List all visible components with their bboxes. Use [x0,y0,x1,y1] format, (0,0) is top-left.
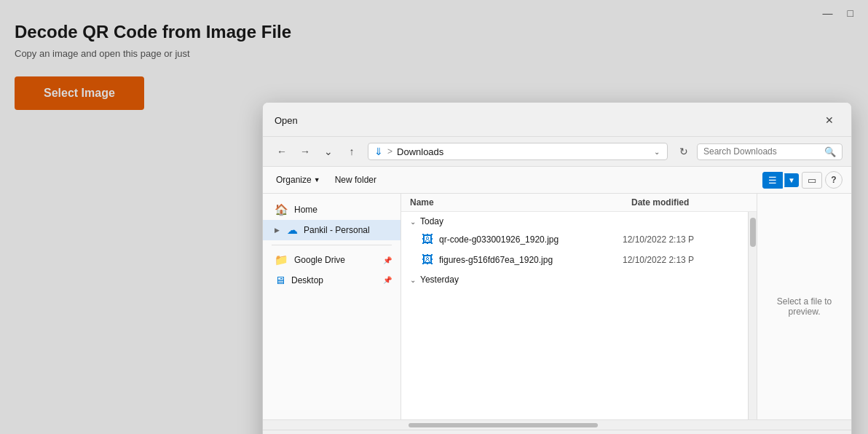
file-date-figures: 12/10/2022 2:13 P [623,255,739,265]
preview-text: Select a file to preview. [766,296,843,317]
sidebar-divider [272,245,392,245]
address-bar: ⇓ > Downloads ⌄ [368,143,668,160]
file-item-figures[interactable]: 🖼 figures-g516fd67ea_1920.jpg 12/10/2022… [401,250,748,270]
expand-arrow-icon: ▶ [275,226,280,234]
new-folder-button[interactable]: New folder [331,173,381,187]
sidebar-item-desktop[interactable]: 🖥 Desktop 📌 [263,270,401,290]
file-name-qr: qr-code-g033001926_1920.jpg [439,234,617,245]
group-header-yesterday: ⌄ Yesterday [401,270,748,288]
address-text[interactable]: Downloads [397,146,648,157]
sidebar-desktop-label: Desktop [291,275,323,285]
pin-icon-drive: 📌 [383,256,392,264]
preview-panel: Select a file to preview. [757,194,851,419]
help-button[interactable]: ? [825,171,843,189]
dialog-content: 🏠 Home ▶ ☁ Pankil - Personal 📁 Google Dr… [263,194,851,419]
google-drive-icon: 📁 [275,253,288,267]
group-arrow-yesterday: ⌄ [410,276,416,284]
sidebar-item-google-drive[interactable]: 📁 Google Drive 📌 [263,250,401,270]
search-box: 🔍 [697,143,843,160]
up-button[interactable]: ↑ [342,141,362,162]
group-label-yesterday: Yesterday [420,275,459,285]
sidebar-google-drive-label: Google Drive [294,255,345,265]
col-header-name: Name [410,197,631,208]
horizontal-scrollbar-thumb[interactable] [409,423,598,427]
sidebar: 🏠 Home ▶ ☁ Pankil - Personal 📁 Google Dr… [263,194,401,419]
sidebar-item-pankil[interactable]: ▶ ☁ Pankil - Personal [263,220,401,240]
sidebar-item-home[interactable]: 🏠 Home [263,200,401,220]
horizontal-scrollbar [263,419,851,430]
file-date-qr: 12/10/2022 2:13 P [623,234,739,245]
jpg-file-icon-1: 🖼 [422,233,433,246]
pin-icon-desktop: 📌 [383,276,392,284]
scrollbar-track [748,212,757,419]
organize-button[interactable]: Organize ▼ [272,173,325,187]
back-button[interactable]: ← [272,141,292,162]
preview-panel-button[interactable]: ▭ [802,172,822,189]
col-header-date: Date modified [631,197,748,208]
dialog-titlebar: Open ✕ [263,103,851,137]
sidebar-pankil-label: Pankil - Personal [304,225,370,235]
file-name-figures: figures-g516fd67ea_1920.jpg [439,255,617,265]
recent-locations-button[interactable]: ⌄ [318,141,339,162]
forward-button[interactable]: → [295,141,315,162]
view-controls: ☰ ▼ ▭ ? [762,171,843,189]
address-dropdown-button[interactable]: ⌄ [652,148,661,156]
view-dropdown-button[interactable]: ▼ [784,173,799,187]
dialog-title-text: Open [275,115,298,126]
group-header-today: ⌄ Today [401,212,748,229]
search-icon: 🔍 [824,146,836,157]
desktop-icon: 🖥 [275,274,285,286]
group-label-today: Today [420,216,443,226]
home-icon: 🏠 [275,203,288,216]
cloud-icon: ☁ [287,224,298,237]
sidebar-home-label: Home [294,205,317,215]
list-view-icon: ☰ [768,175,777,186]
dialog-bottom: File name: All files (*.jpg;*.jpeg;*.bmp… [263,430,851,434]
file-list-header: Name Date modified [401,194,757,212]
address-separator: > [387,146,392,157]
minimize-button[interactable]: — [817,6,839,20]
file-list: ⌄ Today 🖼 qr-code-g033001926_1920.jpg 12… [401,212,748,419]
group-arrow-today: ⌄ [410,218,416,226]
open-file-dialog: Open ✕ ← → ⌄ ↑ ⇓ > Downloads ⌄ ↻ 🔍 Organ… [262,102,852,434]
refresh-button[interactable]: ↻ [674,141,694,162]
search-input[interactable] [703,146,820,157]
view-toolbar: Organize ▼ New folder ☰ ▼ ▭ ? [263,167,851,194]
file-list-wrapper: Name Date modified ⌄ Today 🖼 qr-code-g03… [401,194,757,419]
file-area: ⌄ Today 🖼 qr-code-g033001926_1920.jpg 12… [401,212,757,419]
maximize-button[interactable]: □ [842,6,859,20]
scrollbar-thumb[interactable] [750,218,756,247]
jpg-file-icon-2: 🖼 [422,253,433,267]
dialog-nav-toolbar: ← → ⌄ ↑ ⇓ > Downloads ⌄ ↻ 🔍 [263,137,851,167]
list-view-button[interactable]: ☰ [762,172,783,189]
download-folder-icon: ⇓ [374,146,383,157]
dialog-close-button[interactable]: ✕ [819,110,840,130]
organize-dropdown-icon: ▼ [314,176,320,184]
file-item-qr[interactable]: 🖼 qr-code-g033001926_1920.jpg 12/10/2022… [401,229,748,250]
organize-label: Organize [276,175,312,185]
